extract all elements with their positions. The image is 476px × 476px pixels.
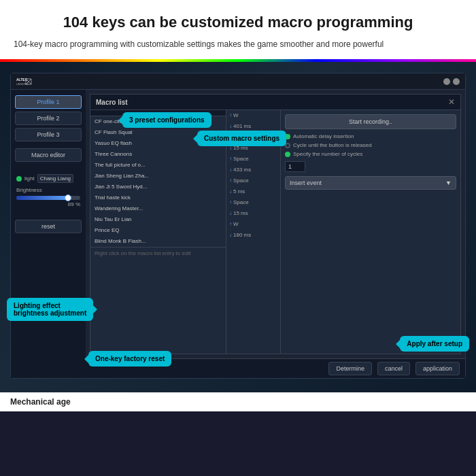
- cancel-button[interactable]: cancel: [377, 362, 410, 375]
- radio-cycle-until: Cycle until the button is released: [285, 142, 456, 148]
- event-item: ↑W: [226, 110, 280, 121]
- list-item[interactable]: Trial haste kick: [90, 192, 226, 203]
- macro-list-hint: Right click on the macro list entry to e…: [90, 247, 226, 259]
- list-item[interactable]: Prince EQ: [90, 225, 226, 236]
- sidebar: Profile 1 Profile 2 Profile 3 Macro edit…: [11, 90, 86, 378]
- rainbow-bar: [0, 59, 476, 62]
- callout-apply: Apply after setup: [400, 336, 469, 352]
- radio-specify-circle[interactable]: [285, 152, 290, 157]
- callout-lighting: Lighting effectbrightness adjustment: [7, 298, 93, 321]
- callout-lighting-text: Lighting effectbrightness adjustment: [14, 302, 86, 317]
- macro-dialog-header: Macro list ✕: [90, 95, 460, 110]
- radio-auto-delay: Automatic delay insertion: [285, 133, 456, 139]
- event-item: ↑Space: [226, 197, 280, 208]
- app-area: ALTEC LANSING Profile 1 Profile 2 Pr: [0, 59, 476, 392]
- brightness-value: 89 %: [16, 201, 80, 207]
- mechanical-age-text: Mechanical age: [10, 397, 71, 407]
- light-section: light Chang Liang Brightness 89 %: [15, 171, 82, 210]
- insert-event-button[interactable]: Insert event ▼: [285, 176, 456, 190]
- macro-editor-button[interactable]: Macro editor: [15, 148, 82, 162]
- list-item[interactable]: Niu Tau Er Lian: [90, 214, 226, 225]
- macro-events: ↑W ↓401 ms ↑Space ↓15 ms ↑Space ↓433 ms …: [226, 110, 281, 354]
- top-section: 104 keys can be customized macro program…: [0, 0, 476, 59]
- brightness-thumb[interactable]: [65, 194, 71, 201]
- insert-dropdown-arrow[interactable]: ▼: [445, 180, 452, 186]
- callout-reset-text: One-key factory reset: [95, 355, 165, 362]
- brightness-bar: [16, 196, 80, 200]
- profile-1-button[interactable]: Profile 1: [15, 95, 82, 109]
- altec-logo-icon: ALTEC LANSING: [16, 76, 35, 87]
- light-name-select[interactable]: Chang Liang: [37, 174, 73, 183]
- logo-area: ALTEC LANSING: [16, 76, 35, 87]
- brightness-label: Brightness: [16, 187, 80, 193]
- light-label: light: [24, 175, 35, 182]
- start-recording-button[interactable]: Start recording..: [285, 114, 456, 129]
- callout-custom-text: Custom macro settings: [204, 135, 279, 142]
- cycles-input[interactable]: [285, 161, 305, 172]
- macro-controls: Start recording.. Automatic delay insert…: [281, 110, 460, 354]
- callout-reset: One-key factory reset: [88, 351, 171, 367]
- event-item: ↓15 ms: [226, 208, 280, 219]
- radio-group: Automatic delay insertion Cycle until th…: [285, 133, 456, 157]
- radio-specify-cycles: Specify the number of cycles: [285, 151, 456, 157]
- sub-title: 104-key macro programming with customiza…: [14, 39, 462, 49]
- list-item[interactable]: The full picture of o...: [90, 160, 226, 171]
- list-item[interactable]: Blind Monk B Flash...: [90, 236, 226, 247]
- reset-button[interactable]: reset: [15, 220, 82, 233]
- profile-3-button[interactable]: Profile 3: [15, 128, 82, 141]
- callout-preset: 3 preset configurations: [122, 112, 211, 128]
- brightness-fill: [16, 196, 71, 200]
- window-controls: [443, 78, 460, 85]
- application-button[interactable]: application: [415, 362, 460, 375]
- radio-cycle-until-label: Cycle until the button is released: [293, 142, 372, 148]
- event-item: ↑Space: [226, 154, 280, 165]
- list-item[interactable]: Jian Sheng Lian Zha...: [90, 171, 226, 182]
- callout-custom: Custom macro settings: [197, 131, 286, 146]
- macro-content: CF one-click high ju... CF Flash Squat Y…: [90, 110, 460, 354]
- profile-2-button[interactable]: Profile 2: [15, 112, 82, 125]
- macro-dialog-title: Macro list: [96, 99, 128, 106]
- list-item[interactable]: Jian Ji 5 Sword Hyd...: [90, 182, 226, 192]
- radio-specify-label: Specify the number of cycles: [293, 151, 362, 157]
- app-window: ALTEC LANSING Profile 1 Profile 2 Pr: [10, 73, 466, 379]
- light-indicator: [16, 176, 22, 182]
- event-item: ↑W: [226, 219, 280, 230]
- insert-event-label: Insert event: [290, 180, 322, 186]
- title-bar: ALTEC LANSING: [11, 73, 465, 90]
- light-row: light Chang Liang: [16, 174, 80, 183]
- callout-apply-text: Apply after setup: [407, 340, 462, 347]
- event-item: ↑Space: [226, 175, 280, 186]
- callout-preset-text: 3 preset configurations: [129, 116, 205, 124]
- list-item[interactable]: Three Cannons: [90, 149, 226, 160]
- event-item: ↓180 ms: [226, 230, 280, 241]
- radio-auto-delay-label: Automatic delay insertion: [293, 133, 354, 139]
- macro-list: CF one-click high ju... CF Flash Squat Y…: [90, 110, 226, 354]
- main-title: 104 keys can be customized macro program…: [14, 14, 462, 31]
- event-item: ↓433 ms: [226, 165, 280, 175]
- event-item: ↓5 ms: [226, 186, 280, 197]
- footer: Mechanical age: [0, 392, 476, 411]
- minimize-button[interactable]: [443, 78, 450, 85]
- maximize-button[interactable]: [453, 78, 460, 85]
- list-item[interactable]: Wandering Master...: [90, 203, 226, 214]
- determine-button[interactable]: Determine: [328, 362, 372, 375]
- close-dialog-button[interactable]: ✕: [448, 97, 455, 107]
